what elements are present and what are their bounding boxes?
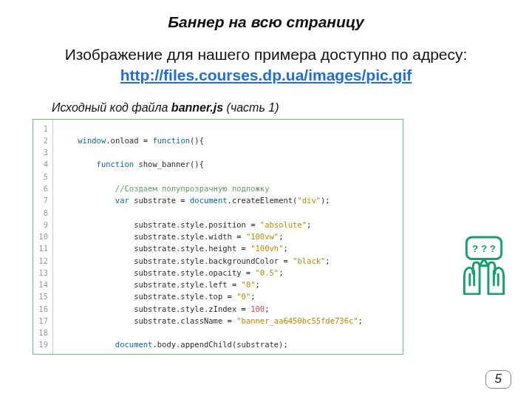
- icon-qmarks: ? ? ?: [472, 243, 496, 254]
- line-number: 4: [36, 158, 48, 170]
- code-line: substrate.style.position = "absolute";: [59, 219, 363, 231]
- line-number: 6: [36, 183, 48, 194]
- slide-title: Баннер на всю страницу: [0, 13, 532, 31]
- code-line: substrate.className = "banner_aa6450bc55…: [59, 315, 363, 327]
- code-line: [59, 123, 363, 134]
- line-number: 5: [36, 171, 48, 183]
- intro-prefix: Изображение для нашего примера доступно …: [65, 46, 468, 63]
- line-number: 13: [36, 267, 48, 279]
- line-number: 11: [36, 242, 48, 254]
- line-number: 19: [36, 338, 48, 350]
- code-line: substrate.style.top = "0";: [59, 290, 363, 302]
- line-number: 3: [36, 146, 48, 158]
- line-number: 10: [36, 231, 48, 242]
- line-number: 7: [36, 194, 48, 206]
- code-line: [59, 207, 363, 219]
- code-block: 12345678910111213141516171819 window.onl…: [33, 119, 403, 355]
- code-line: substrate.style.backgroundColor = "black…: [59, 255, 363, 267]
- code-line: [59, 171, 363, 183]
- line-number: 15: [36, 290, 48, 302]
- code-line: document.body.appendChild(substrate);: [59, 338, 363, 350]
- page-number: 5: [485, 370, 511, 389]
- code-line: var substrate = document.createElement("…: [59, 194, 363, 206]
- code-line: substrate.style.width = "100vw";: [59, 231, 363, 242]
- line-number: 2: [36, 134, 48, 146]
- line-number: 16: [36, 303, 48, 315]
- code-line: [59, 146, 363, 158]
- caption-prefix: Исходный код файла: [52, 101, 171, 114]
- question-hands-icon: ? ? ?: [457, 235, 511, 295]
- line-number: 1: [36, 123, 48, 134]
- intro-text: Изображение для нашего примера доступно …: [30, 44, 502, 86]
- line-number: 8: [36, 207, 48, 219]
- line-number: 9: [36, 219, 48, 231]
- code-line: [59, 327, 363, 338]
- code-line: substrate.style.left = "0";: [59, 279, 363, 290]
- code-content: window.onload = function(){ function sho…: [53, 120, 369, 354]
- code-line: substrate.style.height = "100vh";: [59, 242, 363, 254]
- line-number: 12: [36, 255, 48, 267]
- code-caption: Исходный код файла banner.js (часть 1): [52, 101, 532, 115]
- code-line: function show_banner(){: [59, 158, 363, 170]
- line-number: 18: [36, 327, 48, 338]
- code-line: //Создаем полупрозрачную подложку: [59, 183, 363, 194]
- intro-link[interactable]: http://files.courses.dp.ua/images/pic.gi…: [120, 66, 412, 83]
- line-number: 14: [36, 279, 48, 290]
- code-line: substrate.style.opacity = "0.5";: [59, 267, 363, 279]
- caption-suffix: (часть 1): [223, 101, 279, 114]
- code-line: window.onload = function(){: [59, 134, 363, 146]
- line-number: 17: [36, 315, 48, 327]
- code-line: substrate.style.zIndex = 100;: [59, 303, 363, 315]
- caption-filename: banner.js: [171, 101, 223, 114]
- line-number-gutter: 12345678910111213141516171819: [33, 120, 53, 354]
